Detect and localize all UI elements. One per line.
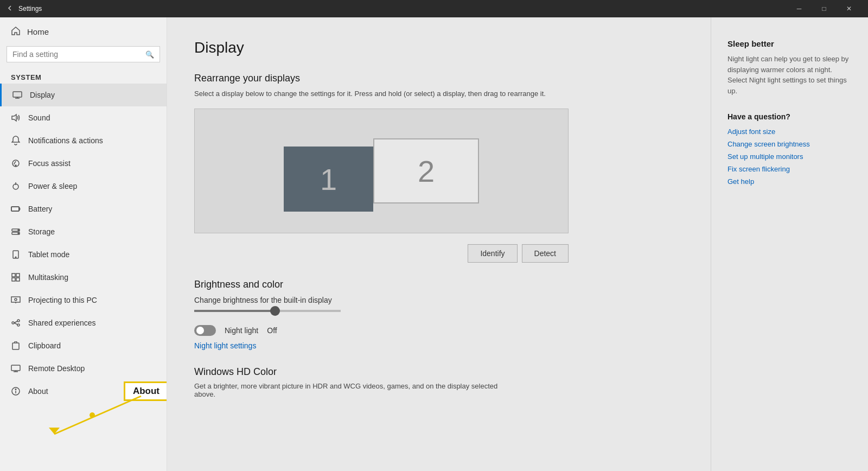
- sidebar-item-power-label: Power & sleep: [28, 182, 77, 190]
- sound-icon: [11, 113, 21, 123]
- monitor-1[interactable]: 1: [284, 147, 373, 212]
- sidebar-item-shared[interactable]: Shared experiences: [0, 311, 167, 334]
- sidebar-item-display[interactable]: Display: [0, 84, 167, 106]
- window-controls: ─ □ ✕: [787, 0, 861, 17]
- hd-color-title: Windows HD Color: [194, 366, 684, 378]
- multitasking-icon: [11, 272, 21, 282]
- hd-color-desc: Get a brighter, more vibrant picture in …: [194, 382, 520, 398]
- svg-point-18: [15, 257, 16, 258]
- toggle-thumb: [196, 327, 204, 334]
- main-layout: Home 🔍 System Display Sound Notification…: [0, 17, 868, 471]
- svg-rect-8: [11, 207, 19, 211]
- rearrange-title: Rearrange your displays: [194, 73, 684, 84]
- close-button[interactable]: ✕: [837, 0, 861, 17]
- have-a-question-title: Have a question?: [727, 112, 852, 121]
- sidebar-item-multitasking[interactable]: Multitasking: [0, 266, 167, 289]
- power-icon: [11, 181, 21, 191]
- battery-icon: [11, 204, 21, 214]
- monitor-2[interactable]: 2: [373, 138, 479, 203]
- sidebar-item-remote[interactable]: Remote Desktop: [0, 357, 167, 380]
- night-light-toggle[interactable]: [194, 325, 216, 336]
- sidebar-item-power[interactable]: Power & sleep: [0, 175, 167, 198]
- svg-marker-38: [49, 428, 60, 434]
- display-preview[interactable]: 1 2: [194, 109, 569, 233]
- sidebar-item-battery-label: Battery: [28, 205, 52, 213]
- sidebar-item-multitasking-label: Multitasking: [28, 273, 68, 282]
- svg-line-28: [14, 321, 17, 323]
- titlebar: Settings ─ □ ✕: [0, 0, 868, 17]
- sidebar-item-storage[interactable]: Storage: [0, 220, 167, 243]
- sidebar-item-projecting[interactable]: Projecting to this PC: [0, 289, 167, 311]
- sleep-better-desc: Night light can help you get to sleep by…: [727, 54, 852, 96]
- brightness-slider-track[interactable]: [194, 310, 341, 312]
- minimize-button[interactable]: ─: [787, 0, 812, 17]
- brightness-label: Change brightness for the built-in displ…: [194, 296, 684, 304]
- sidebar-item-tablet[interactable]: Tablet mode: [0, 243, 167, 266]
- brightness-slider-fill: [194, 310, 275, 312]
- identify-button[interactable]: Identify: [468, 244, 517, 263]
- search-icon: 🔍: [145, 50, 154, 59]
- focus-icon: [11, 158, 21, 168]
- search-input[interactable]: [12, 50, 142, 59]
- sidebar-item-sound[interactable]: Sound: [0, 106, 167, 129]
- detect-button[interactable]: Detect: [522, 244, 569, 263]
- svg-point-23: [15, 298, 17, 301]
- svg-rect-22: [16, 278, 20, 281]
- monitor-2-number: 2: [418, 154, 435, 189]
- sidebar: Home 🔍 System Display Sound Notification…: [0, 17, 167, 471]
- storage-icon: [11, 227, 21, 237]
- home-icon: [11, 26, 21, 37]
- svg-rect-30: [12, 343, 19, 349]
- sidebar-item-about-label: About: [28, 387, 48, 396]
- svg-point-15: [18, 230, 19, 231]
- page-title: Display: [194, 39, 684, 56]
- sidebar-item-storage-label: Storage: [28, 227, 55, 236]
- svg-rect-21: [12, 278, 15, 281]
- fix-flickering-link[interactable]: Fix screen flickering: [727, 165, 852, 173]
- sidebar-item-projecting-label: Projecting to this PC: [28, 296, 97, 304]
- night-light-settings-link[interactable]: Night light settings: [194, 341, 684, 350]
- night-light-label: Night light: [225, 326, 258, 335]
- projecting-icon: [11, 295, 21, 305]
- sidebar-item-about[interactable]: About About: [0, 380, 167, 403]
- adjust-font-size-link[interactable]: Adjust font size: [727, 128, 852, 136]
- svg-rect-11: [11, 207, 19, 211]
- svg-rect-31: [11, 365, 20, 371]
- night-light-row: Night light Off: [194, 325, 684, 336]
- about-icon: [11, 386, 21, 396]
- sidebar-item-notifications-label: Notifications & actions: [28, 136, 103, 145]
- get-help-link[interactable]: Get help: [727, 177, 852, 186]
- search-box[interactable]: 🔍: [7, 46, 160, 62]
- sidebar-item-sound-label: Sound: [28, 113, 50, 122]
- display-action-buttons: Identify Detect: [194, 244, 569, 263]
- home-nav-item[interactable]: Home: [0, 17, 167, 46]
- brightness-slider-thumb[interactable]: [270, 306, 280, 316]
- svg-point-36: [15, 389, 16, 390]
- svg-point-26: [17, 324, 20, 326]
- svg-marker-3: [12, 114, 16, 121]
- sidebar-item-shared-label: Shared experiences: [28, 319, 96, 327]
- sidebar-item-display-label: Display: [30, 91, 55, 99]
- main-content: Display Rearrange your displays Select a…: [167, 17, 711, 471]
- maximize-button[interactable]: □: [812, 0, 837, 17]
- svg-point-16: [18, 233, 19, 234]
- svg-rect-19: [12, 273, 15, 277]
- sidebar-section-label: System: [0, 69, 167, 84]
- back-button[interactable]: [7, 4, 13, 13]
- svg-point-5: [15, 165, 16, 166]
- sidebar-item-notifications[interactable]: Notifications & actions: [0, 129, 167, 152]
- night-light-status: Off: [267, 326, 277, 335]
- sidebar-item-battery[interactable]: Battery: [0, 198, 167, 220]
- monitor-1-number: 1: [320, 162, 337, 197]
- remote-icon: [11, 364, 21, 373]
- setup-monitors-link[interactable]: Set up multiple monitors: [727, 152, 852, 161]
- change-brightness-link[interactable]: Change screen brightness: [727, 140, 852, 148]
- sidebar-item-clipboard[interactable]: Clipboard: [0, 334, 167, 357]
- tablet-icon: [11, 250, 21, 259]
- svg-rect-0: [13, 92, 22, 97]
- display-icon: [12, 90, 22, 100]
- brightness-section-title: Brightness and color: [194, 279, 684, 290]
- sidebar-item-tablet-label: Tablet mode: [28, 250, 69, 259]
- notifications-icon: [11, 136, 21, 145]
- sidebar-item-focus[interactable]: Focus assist: [0, 152, 167, 175]
